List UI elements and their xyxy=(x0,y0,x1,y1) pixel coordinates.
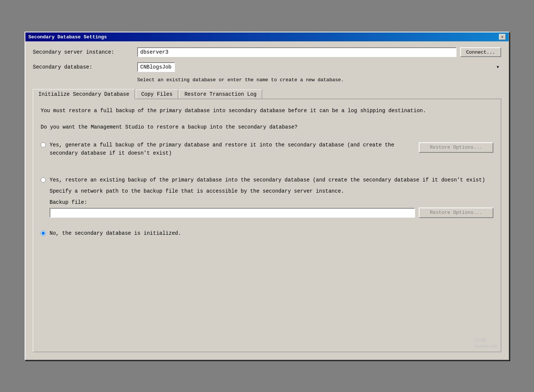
backup-file-row: Restore Options... xyxy=(50,208,493,218)
tab-content-initialize: You must restore a full backup of the pr… xyxy=(33,99,501,352)
radio-option-2-section: Yes, restore an existing backup of the p… xyxy=(41,176,493,218)
tab-copy-files[interactable]: Copy Files xyxy=(136,89,178,99)
restore-options-1-container: Restore Options... xyxy=(419,141,493,153)
radio-option-1-row: Yes, generate a full backup of the prima… xyxy=(41,141,493,158)
database-select-wrapper: CNBlogsJob master model msdb tempdb xyxy=(137,62,501,72)
backup-file-section: Backup file: Restore Options... xyxy=(50,199,493,218)
radio-option-3: No, the secondary database is initialize… xyxy=(41,229,493,237)
radio-existing-backup[interactable] xyxy=(41,177,46,183)
secondary-database-label: Secondary database: xyxy=(33,64,137,70)
backup-file-input[interactable] xyxy=(50,208,415,218)
title-bar: Secondary Database Settings ✕ xyxy=(25,32,509,41)
server-instance-input[interactable] xyxy=(137,47,456,57)
tab-restore-transaction-log[interactable]: Restore Transaction Log xyxy=(179,89,262,99)
network-path-hint: Specify a network path to the backup fil… xyxy=(50,188,493,194)
radio-existing-backup-label: Yes, restore an existing backup of the p… xyxy=(50,176,493,184)
database-select[interactable]: CNBlogsJob master model msdb tempdb xyxy=(137,62,175,72)
init-description: You must restore a full backup of the pr… xyxy=(41,107,493,116)
database-hint: Select an existing database or enter the… xyxy=(33,77,501,83)
dialog-content: Secondary server instance: Connect... Se… xyxy=(25,41,509,360)
dialog-title: Secondary Database Settings xyxy=(28,34,107,40)
server-instance-row: Secondary server instance: Connect... xyxy=(33,47,501,57)
radio-no-restore[interactable] xyxy=(41,231,46,236)
server-instance-control-group: Connect... xyxy=(137,47,501,57)
watermark: GXI网system.com xyxy=(474,337,498,349)
dialog-window: Secondary Database Settings ✕ Secondary … xyxy=(25,32,509,360)
restore-options-2-button[interactable]: Restore Options... xyxy=(419,208,493,218)
radio-option-1-container: Yes, generate a full backup of the prima… xyxy=(41,141,411,158)
title-bar-buttons: ✕ xyxy=(499,34,506,40)
tab-initialize-secondary-database[interactable]: Initialize Secondary Database xyxy=(33,89,135,99)
tab-bar: Initialize Secondary Database Copy Files… xyxy=(33,89,501,99)
init-question: Do you want the Management Studio to res… xyxy=(41,123,493,132)
backup-file-label: Backup file: xyxy=(50,199,493,205)
secondary-database-control-group: CNBlogsJob master model msdb tempdb xyxy=(137,62,501,72)
close-button[interactable]: ✕ xyxy=(499,34,506,40)
radio-no-restore-label: No, the secondary database is initialize… xyxy=(50,229,493,237)
radio-full-backup-label: Yes, generate a full backup of the prima… xyxy=(50,141,411,158)
radio-option-2-container: Yes, restore an existing backup of the p… xyxy=(41,176,493,184)
server-instance-label: Secondary server instance: xyxy=(33,49,137,55)
restore-options-1-button[interactable]: Restore Options... xyxy=(419,142,493,153)
connect-button[interactable]: Connect... xyxy=(460,47,501,57)
secondary-database-row: Secondary database: CNBlogsJob master mo… xyxy=(33,62,501,72)
radio-option-2-row: Yes, restore an existing backup of the p… xyxy=(41,176,493,184)
radio-full-backup[interactable] xyxy=(41,142,46,148)
tab-container: Initialize Secondary Database Copy Files… xyxy=(33,89,501,352)
